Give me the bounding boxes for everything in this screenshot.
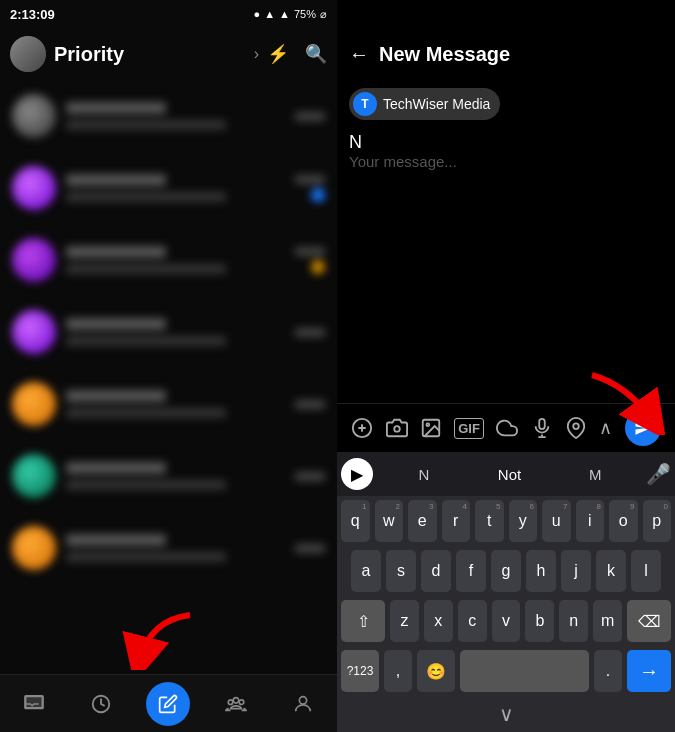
key-shift[interactable]: ⇧: [341, 600, 385, 642]
key-m[interactable]: m: [593, 600, 622, 642]
nav-compose[interactable]: [146, 682, 190, 726]
camera-icon[interactable]: [386, 417, 408, 439]
key-w[interactable]: w2: [375, 500, 404, 542]
chat-avatar-2: [12, 238, 56, 282]
chat-avatar-3: [12, 310, 56, 354]
key-emoji[interactable]: 😊: [417, 650, 455, 692]
chat-msg-3: [66, 336, 226, 346]
key-i[interactable]: i8: [576, 500, 605, 542]
key-s[interactable]: s: [386, 550, 416, 592]
nav-groups[interactable]: [214, 682, 258, 726]
key-enter[interactable]: →: [627, 650, 671, 692]
chat-msg-6: [66, 552, 226, 562]
key-x[interactable]: x: [424, 600, 453, 642]
chat-meta-5: [295, 472, 325, 481]
chat-name-3: [66, 318, 166, 330]
key-u[interactable]: u7: [542, 500, 571, 542]
key-p[interactable]: p0: [643, 500, 672, 542]
mic-suggestion-icon[interactable]: 🎤: [646, 462, 671, 486]
key-y[interactable]: y6: [509, 500, 538, 542]
typed-char: N: [349, 132, 663, 153]
chat-list: [0, 80, 337, 692]
chat-item-6[interactable]: [0, 512, 337, 584]
chip-avatar: T: [353, 92, 377, 116]
keyboard-down[interactable]: ∨: [337, 696, 675, 732]
avatar[interactable]: [10, 36, 46, 72]
key-h[interactable]: h: [526, 550, 556, 592]
wifi-icon: ▲: [279, 8, 290, 20]
to-section: T TechWiser Media: [337, 80, 675, 128]
chat-meta-4: [295, 400, 325, 409]
key-r[interactable]: r4: [442, 500, 471, 542]
battery-left: 75%: [294, 8, 316, 20]
back-icon[interactable]: ←: [349, 43, 369, 66]
suggestion-expand-icon[interactable]: ▶: [341, 458, 373, 490]
svg-rect-9: [539, 419, 545, 429]
chat-item-2[interactable]: [0, 224, 337, 296]
chat-name-2: [66, 246, 166, 258]
key-n[interactable]: n: [559, 600, 588, 642]
key-g[interactable]: g: [491, 550, 521, 592]
cloud-icon[interactable]: [496, 417, 518, 439]
key-l[interactable]: l: [631, 550, 661, 592]
chat-msg-4: [66, 408, 226, 418]
chat-name-5: [66, 462, 166, 474]
plus-icon[interactable]: [351, 417, 373, 439]
chat-meta-0: [295, 112, 325, 121]
chat-item-0[interactable]: [0, 80, 337, 152]
key-v[interactable]: v: [492, 600, 521, 642]
chat-badge-2: [311, 260, 325, 274]
mic-icon[interactable]: [531, 417, 553, 439]
chat-content-6: [66, 534, 285, 562]
key-a[interactable]: a: [351, 550, 381, 592]
chat-meta-3: [295, 328, 325, 337]
suggestion-word-1[interactable]: N: [381, 466, 467, 483]
chat-item-1[interactable]: [0, 152, 337, 224]
key-k[interactable]: k: [596, 550, 626, 592]
key-row-1: q1 w2 e3 r4 t5 y6 u7 i8 o9 p0: [337, 496, 675, 546]
time-left: 2:13:09: [10, 7, 55, 22]
key-delete[interactable]: ⌫: [627, 600, 671, 642]
svg-point-1: [233, 697, 239, 703]
key-e[interactable]: e3: [408, 500, 437, 542]
message-area[interactable]: N Your message...: [337, 128, 675, 174]
suggestions-bar: ▶ N Not M 🎤: [337, 452, 675, 496]
gif-icon[interactable]: GIF: [454, 418, 484, 439]
chat-time-1: [295, 175, 325, 184]
chat-item-4[interactable]: [0, 368, 337, 440]
suggestion-word-3[interactable]: M: [552, 466, 638, 483]
suggestion-word-2[interactable]: Not: [467, 466, 553, 483]
chat-time-3: [295, 328, 325, 337]
priority-title: Priority: [54, 43, 246, 66]
key-num-switch[interactable]: ?123: [341, 650, 379, 692]
recipient-chip[interactable]: T TechWiser Media: [349, 88, 500, 120]
search-icon[interactable]: 🔍: [305, 43, 327, 65]
nav-inbox[interactable]: [12, 682, 56, 726]
chat-time-0: [295, 112, 325, 121]
photo-icon[interactable]: [420, 417, 442, 439]
key-b[interactable]: b: [525, 600, 554, 642]
key-period[interactable]: .: [594, 650, 622, 692]
key-o[interactable]: o9: [609, 500, 638, 542]
nav-recent[interactable]: [79, 682, 123, 726]
key-c[interactable]: c: [458, 600, 487, 642]
key-q[interactable]: q1: [341, 500, 370, 542]
battery-icon-left: ⌀: [320, 8, 327, 21]
key-d[interactable]: d: [421, 550, 451, 592]
key-z[interactable]: z: [390, 600, 419, 642]
key-comma[interactable]: ,: [384, 650, 412, 692]
filter-icon[interactable]: ⚡: [267, 43, 289, 65]
red-arrow-right: [577, 365, 667, 435]
key-space[interactable]: [460, 650, 589, 692]
whatsapp-icon: ●: [254, 8, 261, 20]
chevron-icon[interactable]: ›: [254, 45, 259, 63]
key-j[interactable]: j: [561, 550, 591, 592]
nav-people[interactable]: [281, 682, 325, 726]
red-arrow-left: [120, 610, 200, 670]
chat-item-3[interactable]: [0, 296, 337, 368]
key-f[interactable]: f: [456, 550, 486, 592]
chat-content-4: [66, 390, 285, 418]
chat-msg-5: [66, 480, 226, 490]
chat-item-5[interactable]: [0, 440, 337, 512]
key-t[interactable]: t5: [475, 500, 504, 542]
